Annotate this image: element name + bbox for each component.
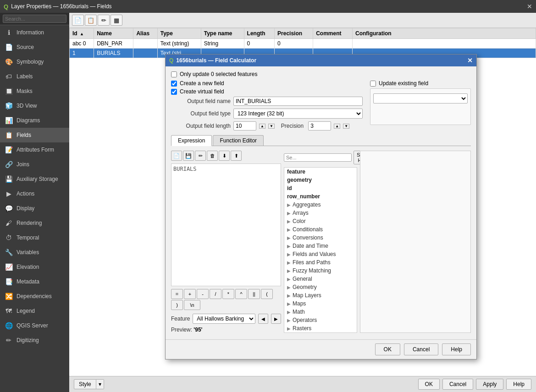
expr-new-btn[interactable]: 📄 [171,151,182,161]
dialog-help-btn[interactable]: Help [442,343,471,355]
math-div[interactable]: / [210,289,221,299]
category-label: Color [293,218,306,224]
expr-import-btn[interactable]: ⬇ [219,151,230,161]
dialog-body: Only update 0 selected features Create a… [166,66,476,338]
output-length-input[interactable] [233,121,256,131]
func-search-input[interactable] [284,153,352,162]
category-arrow: ▶ [287,326,291,331]
expr-save-btn[interactable]: 💾 [183,151,194,161]
func-list-item[interactable]: ▶Geometry [284,283,357,291]
math-open-paren[interactable]: ( [261,289,273,299]
category-label: Math [293,309,305,315]
tab-function-editor[interactable]: Function Editor [213,135,264,146]
category-label: Date and Time [293,243,328,249]
create-new-field-row: Create a new field [171,80,363,87]
preview-value: '95' [193,327,202,333]
update-existing-checkbox[interactable] [370,81,376,87]
prev-feature-btn[interactable]: ◀ [258,314,268,324]
precision-input[interactable] [308,121,331,131]
update-field-select[interactable] [373,93,468,103]
func-list-item[interactable]: ▶Color [284,217,357,225]
down-arrow[interactable]: ▼ [268,124,275,129]
function-list-panel: Show Help featuregeometryidrow_number▶Ag… [284,151,357,333]
tab-expression[interactable]: Expression [171,135,212,146]
prec-up[interactable]: ▲ [334,124,340,129]
category-label: Fields and Values [293,251,336,257]
expression-textarea[interactable]: BURIALS [171,163,281,286]
output-type-label: Output field type [171,110,231,117]
func-list-item[interactable]: ▶Arrays [284,209,357,217]
create-virtual-label: Create virtual field [180,88,224,95]
expr-edit-btn[interactable]: ✏ [195,151,206,161]
func-list-item[interactable]: ▶Operators [284,316,357,324]
func-list-item[interactable]: ▶Fields and Values [284,250,357,258]
func-list-item[interactable]: ▶Fuzzy Matching [284,267,357,275]
func-list-item[interactable]: ▶Conditionals [284,225,357,234]
expr-toolbar: 📄 💾 ✏ 🗑 ⬇ ⬆ [171,151,281,161]
func-list-item[interactable]: ▶Aggregates [284,201,357,209]
only-update-label: Only update 0 selected features [180,71,257,77]
category-arrow: ▶ [287,293,291,298]
right-options-col: Update existing field [370,80,471,131]
output-length-label: Output field length [171,123,231,129]
expr-export-btn[interactable]: ⬆ [231,151,242,161]
dialog-titlebar: Q 1656burials — Field Calculator ✕ [166,54,476,66]
dialog-buttons: OK Cancel Help [166,339,476,359]
dialog-ok-btn[interactable]: OK [375,343,400,355]
math-eq[interactable]: = [171,289,183,299]
update-existing-label: Update existing field [379,80,428,87]
func-list-item[interactable]: feature [284,168,357,176]
category-label: Files and Paths [293,259,331,266]
only-update-checkbox[interactable] [171,71,177,77]
output-name-input[interactable] [233,97,363,106]
func-list-item[interactable]: ▶Files and Paths [284,258,357,267]
output-type-select[interactable]: 123 Integer (32 bit) Text (string) Decim… [233,109,363,119]
expression-area: 📄 💾 ✏ 🗑 ⬇ ⬆ BURIALS = + - / * [171,151,471,333]
create-new-label: Create a new field [180,80,224,87]
func-list-item[interactable]: ▶Conversions [284,234,357,242]
dialog-cancel-btn[interactable]: Cancel [404,343,438,355]
math-mul[interactable]: * [222,289,234,299]
math-plus[interactable]: + [184,289,196,299]
prec-down[interactable]: ▼ [343,124,349,129]
func-list-item[interactable]: ▶Rasters [284,324,357,332]
only-update-row: Only update 0 selected features [171,71,471,77]
category-label: Maps [293,300,306,307]
up-arrow[interactable]: ▲ [259,124,265,129]
math-pow[interactable]: ^ [235,289,247,299]
expr-delete-btn[interactable]: 🗑 [207,151,218,161]
preview-row: Preview: '95' [171,327,281,333]
func-list-item[interactable]: geometry [284,176,357,184]
precision-label: Precision [281,123,304,129]
expr-left-panel: 📄 💾 ✏ 🗑 ⬇ ⬆ BURIALS = + - / * [171,151,281,333]
func-list-item[interactable]: ▶Maps [284,299,357,308]
help-panel [360,151,471,333]
category-arrow: ▶ [287,227,291,232]
func-list-item[interactable]: ▶Map Layers [284,291,357,299]
update-field-section [370,88,471,125]
update-existing-row: Update existing field [370,80,471,87]
category-arrow: ▶ [287,268,291,273]
create-virtual-row: Create virtual field [171,88,363,95]
func-list-item[interactable]: ▶Date and Time [284,242,357,250]
category-arrow: ▶ [287,202,291,207]
math-minus[interactable]: - [197,289,209,299]
feature-select[interactable]: All Hallows Barking [193,314,255,324]
category-label: Arrays [293,210,309,216]
func-list-item[interactable]: row_number [284,192,357,201]
field-calc-overlay: Q 1656burials — Field Calculator ✕ Only … [0,0,536,392]
math-concat[interactable]: || [248,289,260,299]
output-name-row: Output field name [171,97,363,106]
category-label: Fuzzy Matching [293,267,331,274]
next-feature-btn[interactable]: ▶ [271,314,281,324]
dialog-close-btn[interactable]: ✕ [467,57,473,64]
func-list-item[interactable]: id [284,184,357,192]
func-list-item[interactable]: ▶Math [284,308,357,316]
math-close-paren[interactable]: ) [171,300,183,310]
create-new-checkbox[interactable] [171,81,177,87]
math-newline[interactable]: \n [184,300,200,310]
func-list-item[interactable]: ▶General [284,275,357,283]
options-columns: Create a new field Create virtual field … [171,80,471,131]
create-virtual-checkbox[interactable] [171,89,177,95]
category-label: Rasters [293,325,311,332]
